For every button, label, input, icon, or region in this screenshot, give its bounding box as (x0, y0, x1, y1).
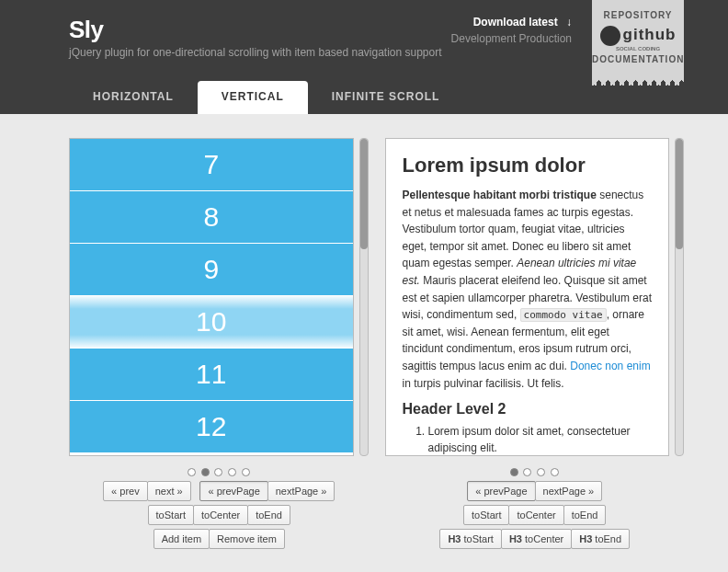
tab-vertical[interactable]: VERTICAL (198, 81, 308, 114)
ribbon-repository-link[interactable]: REPOSITORY (592, 7, 684, 23)
right-frame-wrap: Lorem ipsum dolor Pellentesque habitant … (385, 138, 685, 456)
list-item[interactable]: 8 (70, 191, 353, 244)
p-code: commodo vitae (520, 308, 607, 322)
page-dot[interactable] (523, 468, 531, 476)
removeitem-button[interactable]: Remove item (209, 529, 285, 549)
header-right: Download latest ↓ Development Production (451, 16, 572, 45)
ribbon-github-link[interactable]: github SOCIAL CODING (592, 23, 684, 51)
content-h2: Header Level 2 (403, 401, 653, 418)
toend-button[interactable]: toEnd (563, 505, 607, 525)
p-strong: Pellentesque habitant morbi tristique (403, 189, 597, 201)
list-item[interactable]: 7 (70, 139, 353, 191)
list-item-active[interactable]: 10 (70, 296, 353, 349)
page-dot[interactable] (551, 468, 559, 476)
content-ol: Lorem ipsum dolor sit amet, consectetuer… (403, 423, 653, 456)
h3-label: H3 (579, 533, 592, 544)
tostart-button[interactable]: toStart (463, 505, 509, 525)
btn-label: toCenter (525, 533, 563, 544)
list-item[interactable]: 11 (70, 349, 353, 401)
h3-tostart-button[interactable]: H3 toStart (439, 529, 502, 549)
right-scrollbar[interactable] (675, 138, 684, 456)
tab-horizontal[interactable]: HORIZONTAL (69, 81, 198, 114)
page-header: Sly jQuery plugin for one-directional sc… (0, 0, 728, 114)
tostart-button[interactable]: toStart (148, 505, 194, 525)
dev-prod-links[interactable]: Development Production (451, 32, 572, 45)
prevpage-button[interactable]: « prevPage (199, 481, 267, 501)
list-item[interactable]: 9 (70, 244, 353, 296)
download-arrow-icon: ↓ (566, 16, 572, 29)
ribbon-docs-link[interactable]: DOCUMENTATION (592, 51, 684, 67)
side-ribbon: REPOSITORY github SOCIAL CODING DOCUMENT… (592, 0, 684, 78)
content-scroll-frame[interactable]: Lorem ipsum dolor Pellentesque habitant … (385, 138, 670, 456)
right-pages (385, 456, 685, 481)
plugin-subtitle: jQuery plugin for one-directional scroll… (69, 46, 659, 59)
h3-tocenter-button[interactable]: H3 toCenter (501, 529, 572, 549)
left-pages (69, 456, 369, 481)
main-area: 7 8 9 10 11 12 « prevnext » (0, 114, 728, 556)
additem-button[interactable]: Add item (154, 529, 210, 549)
left-frame-wrap: 7 8 9 10 11 12 (69, 138, 369, 456)
github-label: github (623, 26, 677, 43)
tocenter-button[interactable]: toCenter (508, 505, 563, 525)
prevpage-button[interactable]: « prevPage (467, 481, 535, 501)
btn-label: toEnd (595, 533, 621, 544)
list-item[interactable]: 12 (70, 401, 353, 453)
nav-tabs: HORIZONTAL VERTICAL INFINITE SCROLL (69, 81, 463, 114)
nextpage-button[interactable]: nextPage » (535, 481, 603, 501)
right-scroll-handle[interactable] (676, 139, 683, 249)
h3-toend-button[interactable]: H3 toEnd (571, 529, 630, 549)
page-dot[interactable] (214, 468, 222, 476)
page-dot[interactable] (188, 468, 196, 476)
content-paragraph: Pellentesque habitant morbi tristique se… (403, 187, 653, 392)
btn-label: toStart (464, 533, 494, 544)
page-dot[interactable] (242, 468, 250, 476)
p-text: in turpis pulvinar facilisis. Ut felis. (403, 377, 564, 390)
download-link[interactable]: Download latest ↓ (451, 16, 572, 29)
toend-button[interactable]: toEnd (247, 505, 290, 525)
left-column: 7 8 9 10 11 12 « prevnext » (69, 138, 369, 556)
content-body: Lorem ipsum dolor Pellentesque habitant … (386, 139, 669, 456)
prev-button[interactable]: « prev (103, 481, 148, 501)
tocenter-button[interactable]: toCenter (193, 505, 248, 525)
h3-label: H3 (448, 533, 461, 544)
left-controls: « prevnext » « prevPagenextPage » toStar… (69, 481, 369, 556)
p-link[interactable]: Donec non enim (570, 360, 650, 372)
page-dot-active[interactable] (201, 468, 210, 476)
page-dot[interactable] (228, 468, 236, 476)
content-h1: Lorem ipsum dolor (403, 154, 653, 177)
item-list: 7 8 9 10 11 12 (70, 139, 353, 453)
content-li: Lorem ipsum dolor sit amet, consectetuer… (428, 423, 653, 456)
right-controls: « prevPagenextPage » toStarttoCentertoEn… (385, 481, 685, 556)
left-scroll-handle[interactable] (360, 139, 368, 249)
h3-label: H3 (509, 533, 522, 544)
tab-infinite[interactable]: INFINITE SCROLL (308, 81, 464, 114)
github-icon (600, 26, 620, 46)
nextpage-button[interactable]: nextPage » (267, 481, 336, 501)
next-button[interactable]: next » (147, 481, 191, 501)
page-dot-active[interactable] (510, 468, 518, 476)
right-column: Lorem ipsum dolor Pellentesque habitant … (385, 138, 685, 556)
item-scroll-frame[interactable]: 7 8 9 10 11 12 (69, 138, 354, 456)
left-scrollbar[interactable] (359, 138, 369, 456)
page-dot[interactable] (537, 468, 545, 476)
download-label: Download latest (473, 16, 558, 29)
